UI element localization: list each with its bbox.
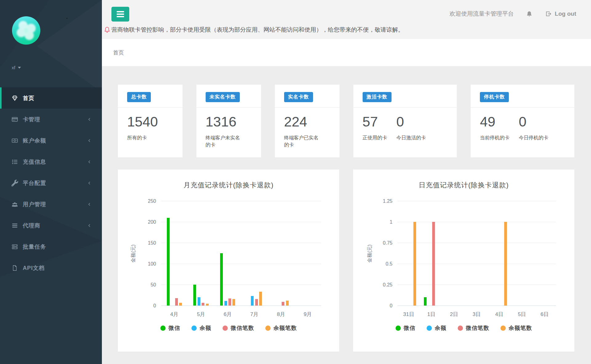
chart-legend: 微信余额微信笔数余额笔数 xyxy=(353,324,574,332)
chart-bar xyxy=(220,253,223,306)
x-tick-label: 4日 xyxy=(495,311,503,318)
y-tick-label: 100 xyxy=(148,261,156,267)
y-tick-label: 0 xyxy=(153,303,156,309)
stat-card-total-cards: 总卡数1540所有的卡 xyxy=(118,85,183,158)
chart-bar xyxy=(504,222,507,306)
plot-area: 金额(元)00.250.50.7511.2531日1日2日3日4日5日6日 xyxy=(397,201,556,306)
sidebar-user-dropdown[interactable]: xf xyxy=(12,65,30,70)
chart-bar xyxy=(413,222,416,306)
sidebar-item-recharge-info[interactable]: 充值信息 xyxy=(0,151,102,172)
sidebar-toggle-button[interactable] xyxy=(111,7,129,22)
stat-card-header: 实名卡数 xyxy=(275,85,340,108)
legend-item[interactable]: 微信笔数 xyxy=(458,324,489,332)
legend-item[interactable]: 余额笔数 xyxy=(265,324,297,332)
breadcrumb[interactable]: 首页 xyxy=(113,49,124,56)
legend-item[interactable]: 微信 xyxy=(396,324,416,332)
sidebar-item-user-management[interactable]: 用户管理 xyxy=(0,194,102,215)
stat-card-body: 49当前停机的卡0今日停机的卡 xyxy=(471,108,574,150)
stat-card-header: 总卡数 xyxy=(118,85,183,108)
legend-dot-icon xyxy=(427,326,432,331)
chart-bar xyxy=(286,301,289,306)
legend-item[interactable]: 微信 xyxy=(160,324,180,332)
gridline xyxy=(161,264,321,264)
legend-item[interactable]: 微信笔数 xyxy=(223,324,254,332)
sidebar-item-card-management[interactable]: 卡管理 xyxy=(0,109,102,130)
x-tick-label: 9月 xyxy=(304,311,312,318)
legend-dot-icon xyxy=(265,326,271,331)
sidebar-nav: 首页卡管理账户余额充值信息平台配置用户管理代理商批量任务API文档 xyxy=(0,87,102,278)
app-root: xf 首页卡管理账户余额充值信息平台配置用户管理代理商批量任务API文档 欢迎使… xyxy=(0,0,591,364)
chart-bar xyxy=(228,298,231,306)
chart-bar xyxy=(202,303,204,306)
gridline xyxy=(397,222,556,222)
y-tick-label: 1.25 xyxy=(383,198,392,204)
chart-title: 月充值记录统计(除换卡退款) xyxy=(118,170,339,190)
chart-bar xyxy=(259,292,262,306)
bars-icon xyxy=(11,222,18,229)
y-tick-label: 150 xyxy=(148,240,156,246)
gem-icon xyxy=(11,95,18,102)
logout-label: Log out xyxy=(555,10,576,17)
stat-badge: 实名卡数 xyxy=(284,92,313,102)
sidebar-item-label: API文档 xyxy=(23,264,45,272)
legend-dot-icon xyxy=(191,326,197,331)
sidebar-item-account-balance[interactable]: 账户余额 xyxy=(0,130,102,151)
pinwheel-logo-icon xyxy=(11,16,41,45)
legend-item[interactable]: 余额 xyxy=(427,324,447,332)
stat-badge: 激活卡数 xyxy=(363,92,392,102)
y-tick-label: 0.25 xyxy=(383,282,392,288)
sidebar-item-home[interactable]: 首页 xyxy=(0,87,102,109)
money-bill-icon xyxy=(11,137,18,144)
stat-card-body: 1316终端客户未实名的卡 xyxy=(196,108,261,158)
stat-card-activated-cards: 激活卡数57正使用的卡0今日激活的卡 xyxy=(353,85,457,158)
gridline xyxy=(161,285,321,285)
sidebar-item-agents[interactable]: 代理商 xyxy=(0,215,102,236)
welcome-text: 欢迎使用流量卡管理平台 xyxy=(449,10,514,18)
legend-item[interactable]: 余额笔数 xyxy=(501,324,532,332)
stat-label: 今日停机的卡 xyxy=(519,134,548,141)
daily-recharge-chart: 日充值记录统计(除换卡退款)金额(元)00.250.50.7511.2531日1… xyxy=(353,170,574,352)
plot-area: 金额(元)0501001502002504月5月6月7月8月9月 xyxy=(161,201,321,306)
y-axis-label: 金额(元) xyxy=(367,240,373,267)
legend-item[interactable]: 余额 xyxy=(191,324,211,332)
stat-value-column: 57正使用的卡 xyxy=(363,114,387,141)
stat-badge: 未实名卡数 xyxy=(206,92,240,102)
stat-card-unverified-cards: 未实名卡数1316终端客户未实名的卡 xyxy=(196,85,261,158)
sidebar-item-platform-config[interactable]: 平台配置 xyxy=(0,172,102,194)
stat-value-column: 0今日停机的卡 xyxy=(519,114,548,141)
sign-out-icon xyxy=(545,11,552,17)
chart-bar xyxy=(224,301,227,306)
sidebar-item-api-docs[interactable]: API文档 xyxy=(0,257,102,278)
x-tick-label: 4月 xyxy=(170,311,178,318)
stat-label: 所有的卡 xyxy=(127,134,158,141)
sidebar-item-label: 充值信息 xyxy=(23,158,46,166)
gridline xyxy=(161,222,321,222)
legend-label: 微信笔数 xyxy=(466,324,489,332)
sidebar-item-batch-tasks[interactable]: 批量任务 xyxy=(0,236,102,257)
x-tick-label: 31日 xyxy=(403,311,414,318)
bell-icon[interactable] xyxy=(526,11,533,17)
stat-number: 49 xyxy=(480,114,509,130)
x-tick-label: 6月 xyxy=(223,311,231,318)
stat-value-column: 1540所有的卡 xyxy=(127,114,158,141)
stat-value-column: 1316终端客户未实名的卡 xyxy=(206,114,242,148)
legend-label: 微信 xyxy=(169,324,180,332)
chart-bar xyxy=(179,303,182,306)
x-tick-label: 1日 xyxy=(427,311,435,318)
y-tick-label: 0.5 xyxy=(386,261,392,267)
x-tick-label: 5日 xyxy=(518,311,526,318)
chart-bar xyxy=(251,296,254,306)
monthly-recharge-chart: 月充值记录统计(除换卡退款)金额(元)0501001502002504月5月6月… xyxy=(118,170,339,352)
y-axis-label: 金额(元) xyxy=(130,240,137,267)
chart-bar xyxy=(282,302,284,306)
gridline xyxy=(397,201,556,201)
logout-button[interactable]: Log out xyxy=(545,10,576,17)
stat-number: 0 xyxy=(519,114,548,130)
y-tick-label: 0 xyxy=(390,303,392,309)
stat-card-header: 激活卡数 xyxy=(353,85,457,108)
notice-banner: 营商物联卡管控影响，部分卡使用受限（表现为部分应用、网站不能访问和使用），给您带… xyxy=(104,26,404,34)
chart-bar xyxy=(255,299,258,306)
stat-value-column: 49当前停机的卡 xyxy=(480,114,509,141)
chart-bar xyxy=(206,304,209,306)
server-icon xyxy=(11,243,18,250)
